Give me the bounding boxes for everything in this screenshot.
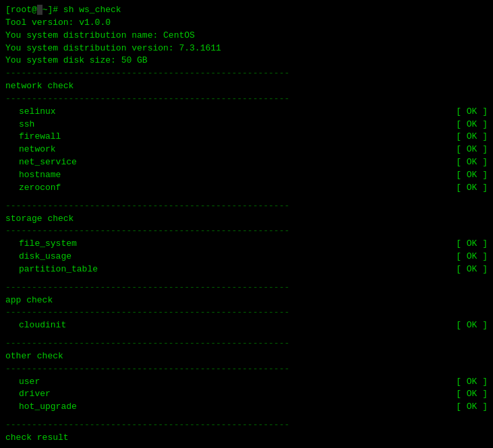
- prompt-line: [root@ ~]# sh ws_check: [5, 4, 488, 17]
- disk-size: You system disk size: 50 GB: [5, 55, 488, 67]
- storage-check-title: storage check: [5, 213, 488, 226]
- separator-5: ----------------------------------------…: [5, 282, 488, 294]
- separator-7: ----------------------------------------…: [5, 338, 488, 350]
- separator-10: ----------------------------------------…: [5, 445, 488, 448]
- driver-row: driver [ OK ]: [5, 388, 488, 401]
- partition-table-row: partition_table [ OK ]: [5, 263, 488, 276]
- cloudinit-row: cloudinit [ OK ]: [5, 319, 488, 332]
- separator-9: ----------------------------------------…: [5, 419, 488, 432]
- separator-1: ----------------------------------------…: [5, 67, 488, 80]
- distro-name: You system distribution name: CentOS: [5, 30, 488, 42]
- other-check-title: other check: [5, 350, 488, 363]
- net-service-row: net_service [ OK ]: [5, 156, 488, 169]
- tool-version: Tool version: v1.0.0: [5, 17, 488, 30]
- network-row: network [ OK ]: [5, 143, 488, 156]
- firewall-row: firewall [ OK ]: [5, 131, 488, 143]
- file-system-row: file_system [ OK ]: [5, 238, 488, 251]
- separator-6: ----------------------------------------…: [5, 307, 488, 319]
- separator-4: ----------------------------------------…: [5, 225, 488, 238]
- ssh-row: ssh [ OK ]: [5, 119, 488, 131]
- separator-8: ----------------------------------------…: [5, 363, 488, 376]
- app-check-title: app check: [5, 294, 488, 307]
- separator-2: ----------------------------------------…: [5, 93, 488, 106]
- distro-version: You system distribution version: 7.3.161…: [5, 42, 488, 55]
- separator-3: ----------------------------------------…: [5, 200, 488, 213]
- disk-usage-row: disk_usage [ OK ]: [5, 251, 488, 263]
- user-row: user [ OK ]: [5, 376, 488, 389]
- network-check-title: network check: [5, 80, 488, 93]
- check-result-title: check result: [5, 432, 488, 445]
- selinux-row: selinux [ OK ]: [5, 106, 488, 119]
- hostname-row: hostname [ OK ]: [5, 169, 488, 182]
- zeroconf-row: zeroconf [ OK ]: [5, 182, 488, 195]
- prompt-text: [root@ ~]# sh ws_check: [5, 5, 121, 15]
- terminal-window: [root@ ~]# sh ws_check Tool version: v1.…: [5, 4, 488, 448]
- hot-upgrade-row: hot_upgrade [ OK ]: [5, 401, 488, 414]
